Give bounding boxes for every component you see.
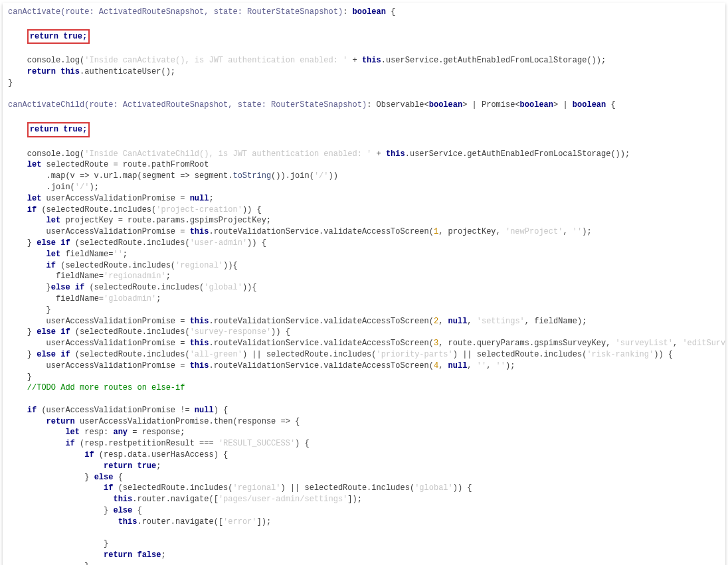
fn-name-2: canActivateChild bbox=[8, 100, 84, 110]
fn-name-1: canActivate bbox=[8, 7, 60, 17]
highlight-return-true-1: return true; bbox=[27, 29, 90, 44]
todo-comment: //TODO Add more routes on else-if bbox=[27, 383, 185, 392]
highlight-return-true-2: return true; bbox=[27, 122, 90, 137]
code-block: canActivate(route: ActivatedRouteSnapsho… bbox=[3, 3, 725, 565]
